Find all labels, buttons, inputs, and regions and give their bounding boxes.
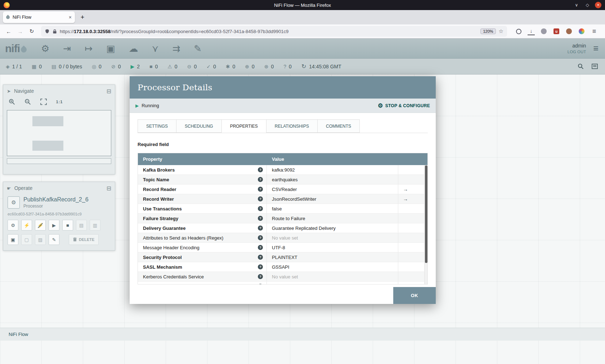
help-icon[interactable]: ? [258,284,263,284]
url-scheme: https:// [60,29,74,34]
help-icon[interactable]: ? [258,177,263,182]
property-value: CSVReader [267,185,398,194]
help-icon[interactable]: ? [258,226,263,231]
property-cell: Message Header Encoding ? [138,243,267,252]
zoom-fit-button[interactable] [39,98,48,106]
downloads-icon[interactable]: ↓ [528,27,535,35]
tab-relationships[interactable]: RELATIONSHIPS [266,119,318,133]
minimap[interactable] [7,110,111,156]
bookmark-star-icon[interactable]: ☆ [499,28,503,35]
tab-properties[interactable]: PROPERTIES [221,119,266,133]
tracking-shield-icon[interactable] [45,29,50,34]
table-scrollbar [424,165,427,284]
nifi-logo: nifi [5,42,27,55]
help-icon[interactable]: ? [258,167,263,172]
browser-menu-icon[interactable]: ≡ [591,27,598,35]
help-icon[interactable]: ? [258,196,263,201]
fill-color-button[interactable]: ✎ [49,234,59,245]
start-button[interactable]: ▶ [49,220,59,231]
template-icon[interactable]: ⇉ [172,44,180,53]
property-cell: Delivery Guarantee ? [138,223,267,233]
delete-button[interactable]: DELETE [69,234,99,245]
create-template-button[interactable]: ▤ [76,220,87,231]
help-icon[interactable]: ? [258,187,263,192]
output-port-icon[interactable]: ↦ [85,44,93,53]
ublock-icon[interactable]: u [553,27,560,35]
pocket-icon[interactable] [515,27,522,35]
property-value: kafka:9092 [267,165,398,174]
copy-button[interactable]: ▣ [8,234,18,245]
button-icon: ⚡ [24,223,30,228]
property-row: Record Writer ? JsonRecordSetWriter → [138,194,427,204]
goto-cell: → [398,175,424,184]
stop-and-configure-button[interactable]: ⚙ STOP & CONFIGURE [378,102,430,109]
collapse-button[interactable]: ⊟ [107,88,111,95]
url-bar[interactable]: https://172.18.0.3:32558/nifi/?processGr… [41,26,507,37]
group-button[interactable]: ▨ [35,234,46,245]
new-tab-button[interactable]: + [78,13,87,22]
zoom-in-button[interactable] [8,98,16,106]
status-item: ◎ 0 [92,64,102,69]
zoom-actual-button[interactable]: 1:1 [55,98,64,106]
extension-pinwheel-icon[interactable] [578,27,585,35]
help-icon[interactable]: ? [258,264,263,269]
refresh-button[interactable]: ↻ 14:45:08 GMT [301,63,341,70]
window-close-button[interactable]: × [595,2,601,8]
forward-button[interactable]: → [15,26,25,36]
stop-button[interactable]: ■ [62,220,73,231]
scrollbar-thumb[interactable] [425,165,427,263]
search-icon[interactable] [578,63,584,69]
processor-icon[interactable]: ⚙ [41,44,49,53]
settings-button[interactable]: ⚙ [8,220,18,231]
property-row: Kafka Brokers ? kafka:9092 → [138,165,427,175]
bulletin-board-icon[interactable] [592,64,598,69]
tab-comments[interactable]: COMMENTS [317,119,360,133]
label-icon[interactable]: ✎ [194,44,202,53]
ok-button[interactable]: OK [393,287,436,304]
goto-service-icon[interactable]: → [403,196,408,202]
collapse-button[interactable]: ⊟ [107,185,111,192]
account-icon[interactable] [540,27,547,35]
window-minimize-button[interactable]: ∨ [573,2,580,8]
enable-button[interactable]: ⚡ [21,220,32,231]
url-text: https://172.18.0.3:32558/nifi/?processGr… [60,29,478,34]
funnel-icon[interactable]: ⋎ [152,44,158,53]
status-count: 0 / 0 bytes [59,64,82,69]
zoom-out-button[interactable] [23,98,32,106]
paste-button[interactable]: ▢ [21,234,32,245]
property-row: Kerberos Service Name ? No value set → [138,282,427,284]
tab-scheduling[interactable]: SCHEDULING [176,119,222,133]
disable-button[interactable]: ⚡ [35,220,46,231]
tab-close-icon[interactable]: × [69,14,72,20]
input-port-icon[interactable]: ⇥ [63,44,71,53]
back-button[interactable]: ← [4,26,14,36]
change-version-button[interactable]: ▥ [90,220,100,231]
breadcrumb[interactable]: NiFi Flow [9,332,28,337]
help-icon[interactable]: ? [258,255,263,260]
help-icon[interactable]: ? [258,216,263,221]
help-icon[interactable]: ? [258,235,263,240]
component-type: Processor [23,204,89,209]
browser-tab[interactable]: NiFi Flow × [3,12,75,23]
help-icon[interactable]: ? [258,245,263,250]
process-group-icon[interactable]: ▣ [106,44,115,53]
property-table: Property Value Kafka Brokers ? kafka:909… [138,153,428,285]
property-name: Delivery Guarantee [143,226,258,231]
reload-button[interactable]: ↻ [27,26,37,36]
url-path: /nifi/?processGroupId=root&componentIds=… [111,29,288,34]
goto-service-icon[interactable]: → [403,186,408,192]
help-icon[interactable]: ? [258,274,263,279]
stopped-icon: ■ [149,64,152,69]
lock-icon[interactable] [53,29,57,34]
profile-avatar-icon[interactable] [565,27,573,35]
help-icon[interactable]: ? [258,206,263,211]
status-item: ▶ 2 [130,64,140,69]
nifi-menu-icon[interactable]: ≡ [593,43,599,54]
status-count: 0 [232,64,235,69]
window-maximize-button[interactable]: ◇ [584,2,591,8]
zoom-level-badge[interactable]: 120% [480,28,496,34]
locally-modified-icon: ✱ [226,64,230,69]
remote-process-group-icon[interactable]: ☁ [129,44,138,53]
tab-settings[interactable]: SETTINGS [138,119,176,133]
logout-link[interactable]: LOG OUT [568,50,586,54]
